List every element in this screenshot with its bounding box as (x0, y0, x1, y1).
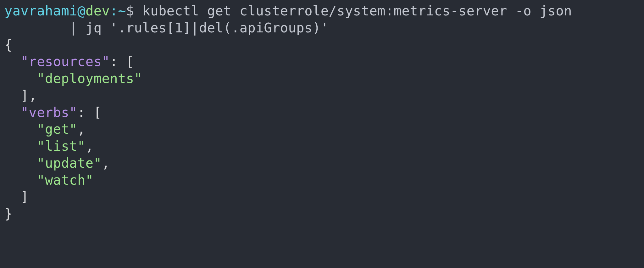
indent (4, 172, 37, 188)
shell-prompt: yavrahami@dev:~$ (4, 3, 134, 19)
indent (4, 138, 37, 154)
json-open-bracket: [ (94, 105, 102, 120)
prompt-path: ~ (118, 3, 126, 19)
indent (4, 105, 21, 120)
json-comma: , (77, 121, 86, 137)
json-close-bracket: ] (21, 88, 29, 103)
json-resources-0: "deployments" (37, 71, 142, 86)
json-comma: , (86, 138, 94, 154)
indent (4, 71, 37, 86)
command-line-2: jq '.rules[1]|del(.apiGroups)' (86, 20, 329, 36)
json-key-verbs: "verbs" (21, 105, 78, 120)
prompt-at: @ (77, 3, 86, 19)
json-verbs-2: "update" (37, 155, 102, 171)
json-verbs-3: "watch" (37, 172, 94, 188)
json-close-brace: } (4, 206, 13, 221)
json-key-resources: "resources" (21, 54, 110, 69)
indent (4, 54, 21, 69)
json-verbs-0: "get" (37, 121, 77, 137)
indent (4, 189, 21, 204)
indent (4, 88, 21, 103)
json-verbs-1: "list" (37, 138, 86, 154)
indent (4, 121, 37, 137)
prompt-dollar: $ (126, 3, 134, 19)
json-open-brace: { (4, 37, 13, 53)
json-colon: : (77, 105, 94, 120)
json-open-bracket: [ (126, 54, 134, 69)
prompt-sep: : (110, 3, 118, 19)
json-comma: , (102, 155, 110, 171)
command-line-2-prefix: | (4, 20, 86, 36)
json-close-bracket: ] (21, 189, 29, 204)
json-comma: , (29, 88, 37, 103)
terminal-output[interactable]: yavrahami@dev:~$ kubectl get clusterrole… (0, 0, 644, 227)
prompt-user: yavrahami (4, 3, 77, 19)
command-line-1: kubectl get clusterrole/system:metrics-s… (134, 3, 572, 19)
indent (4, 155, 37, 171)
json-colon: : (110, 54, 126, 69)
prompt-host: dev (86, 3, 110, 19)
